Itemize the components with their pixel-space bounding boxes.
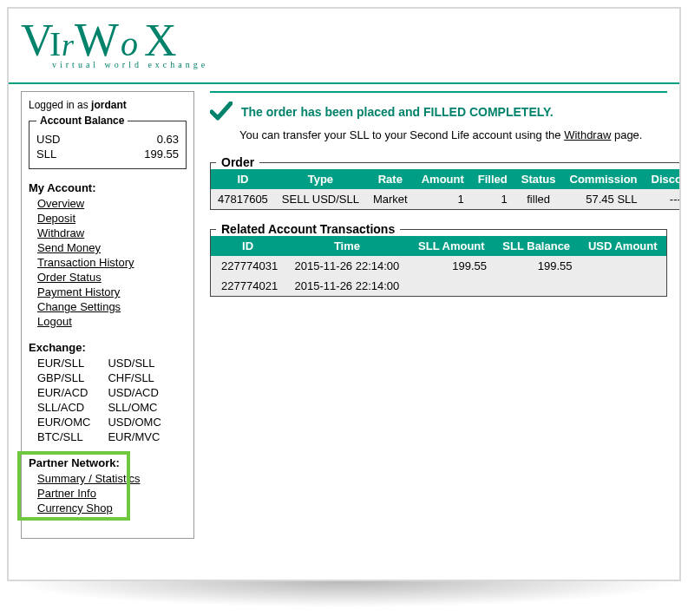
svg-text:o: o — [121, 24, 138, 63]
col-amount: Amount — [415, 169, 471, 189]
transactions-table: ID Time SLL Amount SLL Balance USD Amoun… — [211, 236, 666, 296]
pair-chf-sll[interactable]: CHF/SLL — [108, 371, 154, 384]
main-content: The order has been placed and FILLED COM… — [210, 91, 667, 539]
balance-val: 0.63 — [157, 133, 179, 146]
balance-cur: USD — [36, 133, 60, 146]
cell-usd-amt — [579, 276, 666, 296]
cell-sll-amt: 199.55 — [410, 256, 494, 276]
sidebar: Logged in as jordant Account Balance USD… — [21, 91, 194, 539]
confirm-message: The order has been placed and FILLED COM… — [241, 105, 554, 119]
pair-usd-acd[interactable]: USD/ACD — [108, 386, 159, 399]
cell-usd-amt — [579, 256, 666, 276]
table-row: 47817605 SELL USD/SLL Market 1 1 filled … — [211, 189, 681, 209]
check-icon — [210, 102, 233, 121]
cell-time: 2015-11-26 22:14:00 — [285, 256, 410, 276]
my-account-heading: My Account: — [29, 181, 187, 194]
svg-text:virtual world exchange: virtual world exchange — [52, 60, 208, 69]
pair-eur-omc[interactable]: EUR/OMC — [37, 416, 90, 429]
app-window: V I r W o X virtual world exchange Logge… — [7, 7, 681, 581]
table-header-row: ID Type Rate Amount Filled Status Commis… — [211, 169, 681, 189]
pair-btc-sll[interactable]: BTC/SLL — [37, 430, 83, 443]
pair-sll-omc[interactable]: SLL/OMC — [108, 401, 157, 414]
cell-sll-bal — [494, 276, 580, 296]
partner-list: Summary / Statistics Partner Info Curren… — [29, 471, 187, 515]
col-time: Time — [285, 236, 410, 256]
pair-eur-sll[interactable]: EUR/SLL — [37, 357, 84, 370]
svg-text:r: r — [62, 28, 75, 62]
balance-legend: Account Balance — [36, 115, 128, 127]
col-rate: Rate — [366, 169, 415, 189]
exchange-heading: Exchange: — [29, 341, 187, 354]
nav-logout[interactable]: Logout — [37, 315, 72, 328]
table-row: 227774021 2015-11-26 22:14:00 — [211, 276, 666, 296]
balance-box: Account Balance USD 0.63 SLL 199.55 — [29, 115, 187, 169]
cell-status: filled — [514, 189, 563, 209]
col-filled: Filled — [471, 169, 514, 189]
logged-in-text: Logged in as jordant — [29, 97, 187, 115]
nav-overview[interactable]: Overview — [37, 197, 84, 210]
pair-gbp-sll[interactable]: GBP/SLL — [37, 371, 84, 384]
balance-row: SLL 199.55 — [36, 147, 179, 161]
partner-heading: Partner Network: — [29, 456, 187, 469]
col-status: Status — [514, 169, 563, 189]
balance-cur: SLL — [36, 147, 56, 161]
balance-val: 199.55 — [144, 147, 179, 161]
cell-filled: 1 — [471, 189, 514, 209]
nav-currency-shop[interactable]: Currency Shop — [37, 501, 113, 514]
col-id: ID — [211, 236, 285, 256]
nav-change-settings[interactable]: Change Settings — [37, 300, 121, 313]
nav-deposit[interactable]: Deposit — [37, 212, 75, 225]
cell-id: 227774021 — [211, 276, 285, 296]
svg-text:V: V — [21, 17, 54, 65]
pair-eur-mvc[interactable]: EUR/MVC — [108, 430, 160, 443]
cell-id: 47817605 — [211, 189, 275, 209]
withdraw-link[interactable]: Withdraw — [564, 128, 611, 141]
logo: V I r W o X virtual world exchange — [9, 9, 679, 77]
main-divider — [210, 91, 667, 93]
pair-sll-acd[interactable]: SLL/ACD — [37, 401, 84, 414]
cell-id: 227774031 — [211, 256, 285, 276]
drop-shadow — [7, 581, 681, 607]
pair-eur-acd[interactable]: EUR/ACD — [37, 386, 88, 399]
nav-send-money[interactable]: Send Money — [37, 241, 101, 254]
col-id: ID — [211, 169, 275, 189]
transactions-panel: Related Account Transactions ID Time SLL… — [210, 222, 667, 297]
nav-tx-history[interactable]: Transaction History — [37, 256, 134, 269]
col-discount: Discount — [645, 169, 681, 189]
col-commission: Commission — [563, 169, 645, 189]
header-divider — [9, 82, 679, 84]
nav-partner-info[interactable]: Partner Info — [37, 487, 96, 500]
order-panel: Order ID Type Rate Amount Filled Status … — [210, 155, 681, 210]
cell-sll-amt — [410, 276, 494, 296]
cell-type: SELL USD/SLL — [275, 189, 366, 209]
nav-order-status[interactable]: Order Status — [37, 271, 102, 284]
table-header-row: ID Time SLL Amount SLL Balance USD Amoun… — [211, 236, 666, 256]
nav-partner-summary[interactable]: Summary / Statistics — [37, 472, 140, 485]
instr-post: page. — [611, 128, 642, 141]
nav-payment-history[interactable]: Payment History — [37, 285, 120, 298]
cell-commission: 57.45 SLL — [563, 189, 645, 209]
nav-withdraw[interactable]: Withdraw — [37, 226, 84, 239]
transfer-instruction: You can transfer your SLL to your Second… — [239, 128, 667, 141]
col-type: Type — [275, 169, 366, 189]
logged-in-user: jordant — [91, 99, 127, 111]
confirm-banner: The order has been placed and FILLED COM… — [210, 102, 667, 121]
cell-rate: Market — [366, 189, 415, 209]
svg-text:W: W — [75, 17, 119, 66]
my-account-list: Overview Deposit Withdraw Send Money Tra… — [29, 196, 187, 329]
virwox-logo-svg: V I r W o X virtual world exchange — [21, 17, 229, 73]
transactions-legend: Related Account Transactions — [216, 222, 400, 236]
instr-pre: You can transfer your SLL to your Second… — [239, 128, 564, 141]
cell-discount: --- — [645, 189, 681, 209]
pair-usd-sll[interactable]: USD/SLL — [108, 357, 154, 370]
order-table: ID Type Rate Amount Filled Status Commis… — [211, 169, 681, 209]
logged-in-prefix: Logged in as — [29, 99, 91, 111]
order-legend: Order — [216, 155, 259, 169]
col-sll-bal: SLL Balance — [494, 236, 580, 256]
svg-text:X: X — [144, 17, 177, 65]
exchange-links: EUR/SLL GBP/SLL EUR/ACD SLL/ACD EUR/OMC … — [29, 354, 187, 444]
balance-row: USD 0.63 — [36, 132, 179, 147]
pair-usd-omc[interactable]: USD/OMC — [108, 416, 161, 429]
cell-sll-bal: 199.55 — [494, 256, 580, 276]
col-usd-amt: USD Amount — [579, 236, 666, 256]
